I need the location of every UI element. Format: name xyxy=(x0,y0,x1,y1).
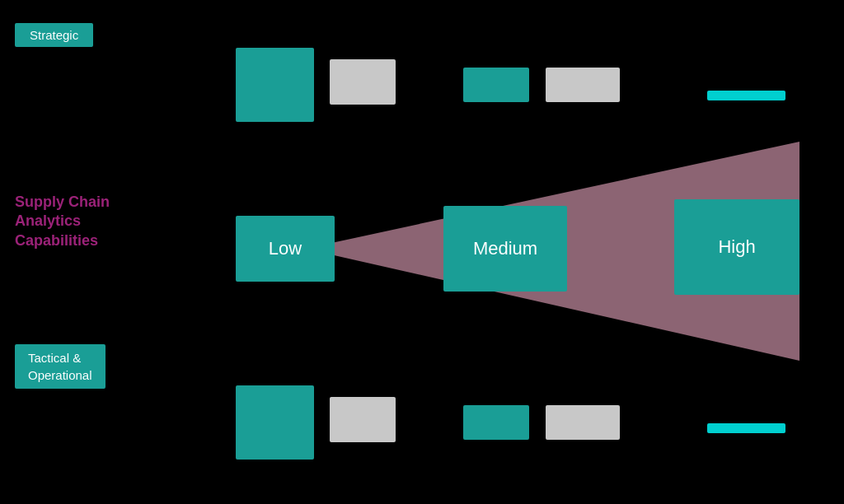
tactical-block-5 xyxy=(707,423,785,433)
tactical-block-4 xyxy=(546,405,620,440)
strategic-label: Strategic xyxy=(15,23,93,47)
sca-line2: Analytics xyxy=(15,212,81,229)
medium-label: Medium xyxy=(473,238,537,259)
low-label: Low xyxy=(269,238,302,259)
tactical-label: Tactical &Operational xyxy=(15,344,106,389)
medium-block: Medium xyxy=(443,206,567,292)
low-block: Low xyxy=(236,216,335,282)
tactical-block-1 xyxy=(236,385,314,460)
strategic-block-3 xyxy=(463,68,529,102)
sca-line1: Supply Chain xyxy=(15,194,110,210)
strategic-block-1 xyxy=(236,48,314,122)
high-label: High xyxy=(718,236,755,258)
main-container: Strategic Tactical &Operational Supply C… xyxy=(0,0,844,504)
strategic-block-4 xyxy=(546,68,620,102)
strategic-block-5 xyxy=(707,91,785,100)
strategic-text: Strategic xyxy=(30,28,78,42)
tactical-block-2 xyxy=(330,397,396,442)
tactical-text: Tactical &Operational xyxy=(28,351,92,382)
tactical-block-3 xyxy=(463,405,529,440)
sca-line3: Capabilities xyxy=(15,232,98,249)
sca-label: Supply Chain Analytics Capabilities xyxy=(15,193,171,250)
strategic-block-2 xyxy=(330,59,396,105)
high-block: High xyxy=(674,199,799,295)
